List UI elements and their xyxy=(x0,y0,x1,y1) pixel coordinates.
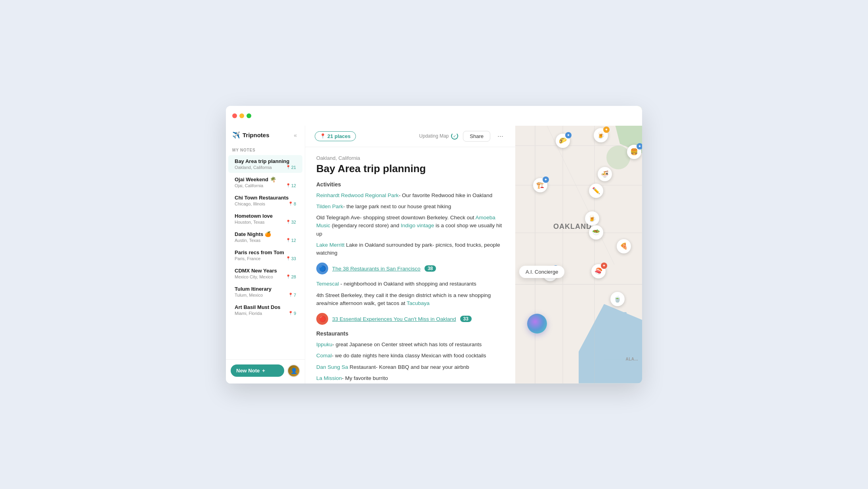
map-marker-3[interactable]: 🍜 xyxy=(598,167,612,181)
updating-map-status: Updating Map ✓ xyxy=(419,132,459,140)
content-item: Ippuku- great Japanese on Center street … xyxy=(316,341,504,349)
note-item-count: 📍 28 xyxy=(286,274,296,279)
ai-concierge-button[interactable]: A.I. Concierge xyxy=(519,266,564,278)
share-button[interactable]: Share xyxy=(463,131,490,142)
notes-list: Bay Area trip planning Oakland, Californ… xyxy=(226,155,305,359)
featured-link-sf: 🔵 The 38 Restaurants in San Francisco 38 xyxy=(316,262,504,275)
note-item-location: Mexico City, Mexico xyxy=(235,274,273,279)
tacubaya-link[interactable]: Tacubaya xyxy=(407,300,430,306)
content-item: Comal- we do date nights here kinda clas… xyxy=(316,352,504,360)
content-item: La Mission- My favorite burrito xyxy=(316,374,504,382)
note-item-count: 📍 12 xyxy=(286,238,296,243)
la-mission-link[interactable]: La Mission xyxy=(316,375,342,381)
minimize-button[interactable] xyxy=(239,113,244,118)
note-item-subtitle: Ojai, California 📍 12 xyxy=(235,183,296,188)
tilden-link[interactable]: Tilden Park xyxy=(316,203,343,209)
note-item-9[interactable]: Art Basil Must Dos Miami, Florida 📍 9 xyxy=(228,301,302,319)
note-item-count: 📍 33 xyxy=(286,256,296,261)
note-item-1[interactable]: Bay Area trip planning Oakland, Californ… xyxy=(228,155,302,173)
note-item-count: 📍 8 xyxy=(288,201,296,206)
note-item-4[interactable]: Hometown love Houston, Texas 📍 32 xyxy=(228,210,302,228)
marker-badge: ✦ xyxy=(543,176,549,183)
content-body: Oakland, California Bay Area trip planni… xyxy=(305,147,515,384)
map-marker-0[interactable]: 🌮✦ xyxy=(556,134,570,148)
note-item-title: Art Basil Must Dos xyxy=(235,304,296,310)
sidebar-header: ✈️ Tripnotes « xyxy=(226,126,305,143)
new-note-button[interactable]: New Note + xyxy=(231,364,284,377)
map-marker-7[interactable]: 🍕 xyxy=(617,239,631,253)
featured-icon-2: 🔴 xyxy=(316,313,328,325)
brand: ✈️ Tripnotes xyxy=(232,131,270,139)
places-badge[interactable]: 📍 21 places xyxy=(315,131,356,141)
marker-badge: ✦ xyxy=(601,263,607,269)
sidebar-footer: New Note + 👤 xyxy=(226,359,305,384)
note-item-location: Chicago, Illinois xyxy=(235,201,265,206)
title-bar xyxy=(226,106,642,126)
brand-icon: ✈️ xyxy=(232,131,240,139)
maximize-button[interactable] xyxy=(247,113,251,118)
avatar[interactable]: 👤 xyxy=(287,364,300,377)
note-item-7[interactable]: CDMX New Years Mexico City, Mexico 📍 28 xyxy=(228,265,302,282)
map-marker-8[interactable]: 🥗 xyxy=(589,225,603,240)
sf-restaurants-link[interactable]: The 38 Restaurants in San Francisco xyxy=(332,266,421,272)
note-item-subtitle: Oakland, California 📍 21 xyxy=(235,165,296,170)
pin-icon: 📍 xyxy=(286,183,291,188)
lake-merritt-link[interactable]: Lake Merritt xyxy=(316,242,344,248)
marker-badge: ✦ xyxy=(603,127,610,133)
collapse-button[interactable]: « xyxy=(292,130,298,140)
reinhardt-link[interactable]: Reinhardt Redwood Regional Park xyxy=(316,192,399,198)
map-marker-4[interactable]: 🏗️✦ xyxy=(533,178,547,192)
oakland-label: OAKLAND xyxy=(553,222,592,231)
sf-count-badge: 38 xyxy=(424,265,436,272)
note-item-subtitle: Chicago, Illinois 📍 8 xyxy=(235,201,296,206)
comal-link[interactable]: Comal xyxy=(316,353,332,359)
note-item-subtitle: Austin, Texas 📍 12 xyxy=(235,238,296,243)
map-marker-10[interactable]: 🍣✦ xyxy=(591,264,606,278)
map-marker-5[interactable]: ✏️ xyxy=(589,184,603,198)
content-header: 📍 21 places Updating Map ✓ Share ··· xyxy=(305,126,515,147)
close-button[interactable] xyxy=(232,113,237,118)
pin-icon: 📍 xyxy=(288,201,293,206)
more-options-button[interactable]: ··· xyxy=(495,130,506,142)
map-marker-2[interactable]: 🍔✦ xyxy=(627,145,641,159)
map-marker-6[interactable]: 🍺 xyxy=(585,211,599,226)
note-item-5[interactable]: Date Nights 🍊 Austin, Texas 📍 12 xyxy=(228,228,302,246)
note-item-6[interactable]: Paris recs from Tom Paris, France 📍 33 xyxy=(228,246,302,264)
note-item-title: CDMX New Years xyxy=(235,268,296,274)
content-item: Dan Sung Sa Restaurant- Korean BBQ and b… xyxy=(316,363,504,371)
traffic-lights xyxy=(232,113,251,118)
pin-icon: 📍 xyxy=(286,165,291,169)
notes-section-label: MY NOTES xyxy=(226,143,305,155)
ai-orb[interactable] xyxy=(527,314,547,334)
content-item: Old Telegraph Ave- shopping street downt… xyxy=(316,214,504,238)
svg-line-7 xyxy=(547,126,614,265)
dan-sung-sa-link[interactable]: Dan Sung Sa xyxy=(316,364,348,370)
note-item-count: 📍 7 xyxy=(288,293,296,297)
ippuku-link[interactable]: Ippuku xyxy=(316,341,333,347)
note-item-location: Paris, France xyxy=(235,256,260,261)
marker-badge: ✦ xyxy=(565,132,572,138)
map-marker-11[interactable]: 🍵 xyxy=(610,292,625,306)
note-item-3[interactable]: Chi Town Restaurants Chicago, Illinois 📍… xyxy=(228,192,302,209)
pin-icon: 📍 xyxy=(286,238,291,242)
featured-link-oakland: 🔴 33 Essential Experiences You Can't Mis… xyxy=(316,312,504,326)
note-item-title: Paris recs from Tom xyxy=(235,249,296,255)
temescal-link[interactable]: Temescal xyxy=(316,281,339,287)
alameda-label: ALA... xyxy=(626,357,639,361)
note-title: Bay Area trip planning xyxy=(316,163,504,175)
new-note-plus: + xyxy=(262,368,265,374)
note-item-location: Oakland, California xyxy=(235,165,272,170)
note-item-title: Date Nights 🍊 xyxy=(235,231,296,237)
note-item-title: Tulum Itinerary xyxy=(235,286,296,292)
note-item-2[interactable]: Ojai Weekend 🌴 Ojai, California 📍 12 xyxy=(228,173,302,191)
oakland-count-badge: 33 xyxy=(460,316,472,322)
note-item-title: Chi Town Restaurants xyxy=(235,195,296,201)
indigo-link[interactable]: Indigo vintage xyxy=(401,222,434,228)
content-item: Lake Merritt Lake in Oakland surrounded … xyxy=(316,241,504,257)
note-item-8[interactable]: Tulum Itinerary Tulum, Mexico 📍 7 xyxy=(228,283,302,301)
note-item-count: 📍 9 xyxy=(288,311,296,316)
note-city: Oakland, California xyxy=(316,155,504,161)
content-area: 📍 21 places Updating Map ✓ Share ··· Oak… xyxy=(305,106,642,384)
oakland-experiences-link[interactable]: 33 Essential Experiences You Can't Miss … xyxy=(332,316,456,322)
map-marker-1[interactable]: 🍺✦ xyxy=(594,128,608,142)
